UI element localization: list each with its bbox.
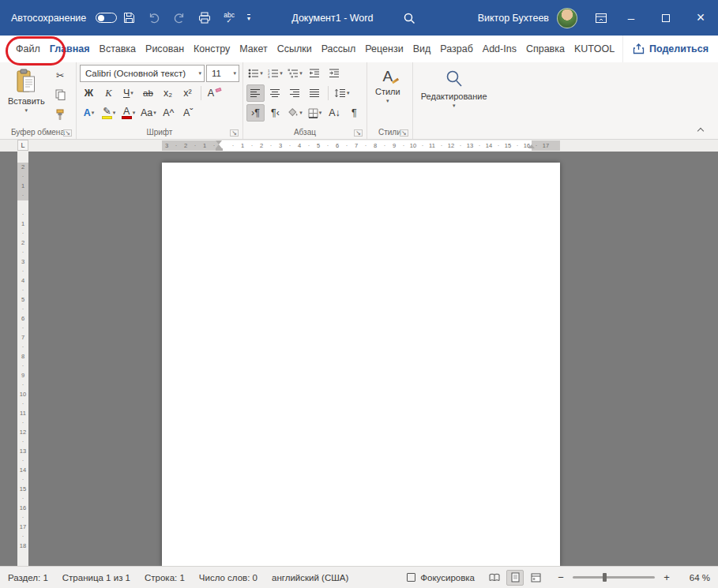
- statusbar-item[interactable]: Раздел: 1: [8, 573, 48, 582]
- print-layout-button[interactable]: [506, 570, 524, 586]
- statusbar-item[interactable]: Число слов: 0: [199, 573, 258, 582]
- tab-design[interactable]: Констру: [189, 36, 235, 62]
- ruler-tick: 8: [370, 140, 380, 151]
- highlight-color-button[interactable]: ✎ ▾: [100, 104, 118, 122]
- shrink-font-button[interactable]: Аˇ: [179, 104, 197, 122]
- strikethrough-button[interactable]: ab: [139, 84, 157, 102]
- shading-button[interactable]: ▾: [286, 104, 304, 122]
- left-to-right-button[interactable]: ›¶: [246, 104, 265, 122]
- change-case-button[interactable]: Aa▾: [139, 104, 158, 122]
- autosave-toggle[interactable]: [96, 13, 117, 23]
- quick-print-button[interactable]: [192, 0, 217, 36]
- borders-button[interactable]: ▾: [306, 104, 324, 122]
- zoom-percentage[interactable]: 64 %: [683, 573, 710, 582]
- avatar[interactable]: [557, 8, 577, 28]
- font-dialog-launcher[interactable]: ↘: [230, 129, 239, 137]
- tab-kutools[interactable]: KUTOOL: [570, 36, 619, 62]
- spelling-button[interactable]: abc✓: [217, 0, 241, 36]
- search-button[interactable]: [397, 0, 422, 36]
- justify-button[interactable]: [306, 84, 324, 102]
- tab-draw[interactable]: Рисован: [141, 36, 189, 62]
- tab-file[interactable]: Файл: [11, 36, 45, 62]
- paste-button[interactable]: Вставить ▾: [3, 65, 50, 114]
- tab-help[interactable]: Справка: [521, 36, 570, 62]
- document-page[interactable]: [162, 163, 560, 566]
- tab-mailings[interactable]: Рассыл: [317, 36, 361, 62]
- ruler-tick: 15: [503, 140, 513, 151]
- align-right-button[interactable]: [286, 84, 304, 102]
- read-mode-button[interactable]: [486, 570, 503, 586]
- zoom-slider-thumb[interactable]: [603, 573, 607, 582]
- zoom-out-button[interactable]: −: [555, 571, 566, 583]
- web-layout-button[interactable]: [527, 570, 544, 586]
- focus-icon: [407, 573, 415, 582]
- bullets-button[interactable]: ▾: [246, 65, 265, 82]
- user-name[interactable]: Виктор Бухтеев: [478, 13, 549, 24]
- maximize-button[interactable]: [648, 0, 683, 36]
- decrease-indent-button[interactable]: [306, 65, 324, 82]
- tab-references[interactable]: Ссылки: [273, 36, 317, 62]
- cut-button[interactable]: ✂: [51, 66, 70, 84]
- styles-button[interactable]: А Стили ▾: [370, 65, 405, 105]
- statusbar-item[interactable]: Страница 1 из 1: [62, 573, 130, 582]
- minimize-icon: –: [628, 11, 634, 24]
- multilevel-list-button[interactable]: ▾: [286, 65, 304, 82]
- numbering-button[interactable]: 123 ▾: [266, 65, 284, 82]
- align-center-button[interactable]: [266, 84, 284, 102]
- styles-group: А Стили ▾ Стили ↘: [367, 62, 413, 139]
- tab-insert[interactable]: Вставка: [95, 36, 141, 62]
- redo-button[interactable]: [167, 0, 192, 36]
- vertical-ruler[interactable]: 2·1··1·2·3·4·5·6·7·8·9·10·11·12·13·14·15…: [17, 152, 28, 566]
- ruler-tick: ·: [17, 229, 28, 238]
- zoom-slider[interactable]: [573, 576, 655, 579]
- statusbar-item[interactable]: английский (США): [272, 573, 348, 582]
- minimize-button[interactable]: –: [614, 0, 648, 36]
- close-button[interactable]: ×: [683, 0, 718, 36]
- tab-home[interactable]: Главная: [45, 36, 95, 62]
- font-color-button[interactable]: А ▾: [119, 104, 137, 122]
- format-painter-button[interactable]: [51, 106, 70, 123]
- zoom-in-button[interactable]: +: [661, 571, 672, 583]
- ruler-tick: ·: [17, 437, 28, 447]
- horizontal-ruler[interactable]: 3·2·1··1·2·3·4·5·6·7·8·9·10·11·12·13·14·…: [162, 140, 560, 151]
- share-icon: [633, 43, 645, 54]
- left-indent-marker[interactable]: [216, 148, 223, 151]
- ribbon-display-options-button[interactable]: [588, 0, 614, 36]
- sort-button[interactable]: А↓: [325, 104, 344, 122]
- focus-mode-button[interactable]: Фокусировка: [407, 573, 475, 582]
- underline-button[interactable]: Ч▾: [119, 84, 137, 102]
- tab-addins[interactable]: Add-Ins: [478, 36, 521, 62]
- align-left-button[interactable]: [246, 84, 265, 102]
- statusbar-item[interactable]: Строка: 1: [145, 573, 185, 582]
- italic-button[interactable]: К: [100, 84, 118, 102]
- increase-indent-button[interactable]: [325, 65, 344, 82]
- right-indent-marker[interactable]: [528, 144, 535, 148]
- save-button[interactable]: [117, 0, 141, 36]
- tab-view[interactable]: Вид: [408, 36, 436, 62]
- font-size-combo[interactable]: 11 ▾: [206, 65, 239, 82]
- copy-button[interactable]: [51, 86, 70, 103]
- paragraph-dialog-launcher[interactable]: ↘: [354, 129, 363, 137]
- right-to-left-button[interactable]: ¶‹: [266, 104, 284, 122]
- ruler-tick: 10: [17, 390, 28, 399]
- bold-button[interactable]: Ж: [80, 84, 98, 102]
- tab-layout[interactable]: Макет: [235, 36, 272, 62]
- subscript-button[interactable]: x₂: [159, 84, 177, 102]
- font-name-combo[interactable]: Calibri (Основной текст) ▾: [80, 65, 205, 82]
- clipboard-dialog-launcher[interactable]: ↘: [63, 129, 72, 137]
- text-effects-button[interactable]: А▾: [80, 104, 98, 122]
- undo-button[interactable]: [141, 0, 167, 36]
- superscript-button[interactable]: x²: [179, 84, 197, 102]
- collapse-ribbon-button[interactable]: [694, 124, 707, 135]
- show-hide-marks-button[interactable]: ¶: [345, 104, 363, 122]
- customize-quick-access-button[interactable]: ▾: [241, 0, 257, 36]
- tab-review[interactable]: Рецензи: [360, 36, 408, 62]
- clear-formatting-button[interactable]: А: [205, 84, 224, 102]
- editing-button[interactable]: Редактирование ▾: [416, 65, 492, 110]
- styles-dialog-launcher[interactable]: ↘: [400, 129, 408, 137]
- tab-selector[interactable]: L: [17, 140, 28, 151]
- tab-developer[interactable]: Разраб: [435, 36, 478, 62]
- share-button[interactable]: Поделиться: [622, 36, 718, 62]
- line-spacing-button[interactable]: ▾: [333, 84, 351, 102]
- grow-font-button[interactable]: А^: [160, 104, 178, 122]
